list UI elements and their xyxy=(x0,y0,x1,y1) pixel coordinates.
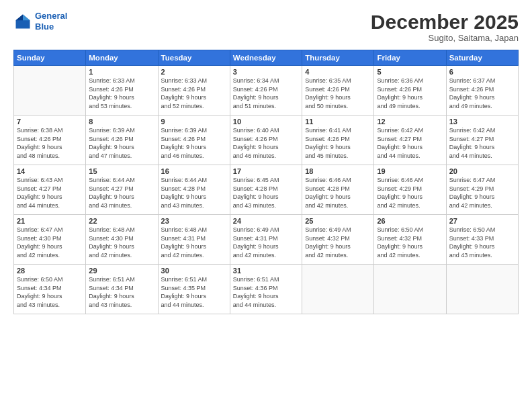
day-number: 18 xyxy=(305,167,371,175)
calendar-cell: 10Sunrise: 6:40 AM Sunset: 4:26 PM Dayli… xyxy=(230,116,302,165)
day-info: Sunrise: 6:37 AM Sunset: 4:26 PM Dayligh… xyxy=(449,77,515,110)
day-number: 6 xyxy=(449,68,515,76)
logo-line1: General xyxy=(35,11,67,21)
logo-line2: Blue xyxy=(35,21,67,32)
col-friday: Friday xyxy=(374,50,446,66)
day-info: Sunrise: 6:36 AM Sunset: 4:26 PM Dayligh… xyxy=(377,77,443,110)
day-number: 8 xyxy=(89,118,154,126)
day-number: 3 xyxy=(233,68,299,76)
calendar-cell: 7Sunrise: 6:38 AM Sunset: 4:26 PM Daylig… xyxy=(14,116,86,165)
day-info: Sunrise: 6:39 AM Sunset: 4:26 PM Dayligh… xyxy=(161,126,227,160)
day-number: 7 xyxy=(17,118,83,126)
day-info: Sunrise: 6:42 AM Sunset: 4:27 PM Dayligh… xyxy=(377,126,443,160)
day-number: 11 xyxy=(305,118,371,126)
logo: General Blue xyxy=(13,11,67,32)
calendar-cell: 20Sunrise: 6:47 AM Sunset: 4:29 PM Dayli… xyxy=(446,165,518,215)
header: General Blue December 2025 Sugito, Saita… xyxy=(13,11,519,43)
calendar-table: Sunday Monday Tuesday Wednesday Thursday… xyxy=(13,50,519,314)
day-info: Sunrise: 6:50 AM Sunset: 4:34 PM Dayligh… xyxy=(17,275,83,309)
day-info: Sunrise: 6:42 AM Sunset: 4:27 PM Dayligh… xyxy=(449,126,515,160)
calendar-cell: 30Sunrise: 6:51 AM Sunset: 4:35 PM Dayli… xyxy=(158,265,230,314)
day-number: 25 xyxy=(305,217,371,225)
calendar-cell: 6Sunrise: 6:37 AM Sunset: 4:26 PM Daylig… xyxy=(446,66,518,116)
calendar-cell: 2Sunrise: 6:33 AM Sunset: 4:26 PM Daylig… xyxy=(158,66,230,116)
month-title: December 2025 xyxy=(371,11,519,33)
day-info: Sunrise: 6:43 AM Sunset: 4:27 PM Dayligh… xyxy=(17,176,83,210)
day-number: 10 xyxy=(233,118,299,126)
day-number: 14 xyxy=(17,167,83,175)
calendar-week-4: 21Sunrise: 6:47 AM Sunset: 4:30 PM Dayli… xyxy=(14,215,519,265)
calendar-cell: 3Sunrise: 6:34 AM Sunset: 4:26 PM Daylig… xyxy=(230,66,302,116)
calendar-cell: 12Sunrise: 6:42 AM Sunset: 4:27 PM Dayli… xyxy=(374,116,446,165)
calendar-cell: 5Sunrise: 6:36 AM Sunset: 4:26 PM Daylig… xyxy=(374,66,446,116)
day-info: Sunrise: 6:46 AM Sunset: 4:28 PM Dayligh… xyxy=(305,176,371,210)
col-saturday: Saturday xyxy=(446,50,518,66)
day-number: 30 xyxy=(161,267,227,275)
day-number: 20 xyxy=(449,167,515,175)
calendar-cell: 14Sunrise: 6:43 AM Sunset: 4:27 PM Dayli… xyxy=(14,165,86,215)
day-number: 4 xyxy=(305,68,371,76)
calendar-week-3: 14Sunrise: 6:43 AM Sunset: 4:27 PM Dayli… xyxy=(14,165,519,215)
calendar-cell: 28Sunrise: 6:50 AM Sunset: 4:34 PM Dayli… xyxy=(14,265,86,314)
calendar-cell: 24Sunrise: 6:49 AM Sunset: 4:31 PM Dayli… xyxy=(230,215,302,265)
col-wednesday: Wednesday xyxy=(230,50,302,66)
day-number: 21 xyxy=(17,217,83,225)
location: Sugito, Saitama, Japan xyxy=(371,33,519,43)
day-info: Sunrise: 6:39 AM Sunset: 4:26 PM Dayligh… xyxy=(89,126,154,160)
day-info: Sunrise: 6:44 AM Sunset: 4:28 PM Dayligh… xyxy=(161,176,227,210)
day-number: 12 xyxy=(377,118,443,126)
col-sunday: Sunday xyxy=(14,50,86,66)
calendar-week-5: 28Sunrise: 6:50 AM Sunset: 4:34 PM Dayli… xyxy=(14,265,519,314)
day-info: Sunrise: 6:50 AM Sunset: 4:33 PM Dayligh… xyxy=(449,226,515,259)
calendar-cell: 9Sunrise: 6:39 AM Sunset: 4:26 PM Daylig… xyxy=(158,116,230,165)
calendar-week-1: 1Sunrise: 6:33 AM Sunset: 4:26 PM Daylig… xyxy=(14,66,519,116)
col-thursday: Thursday xyxy=(302,50,374,66)
day-number: 16 xyxy=(161,167,227,175)
day-number: 1 xyxy=(89,68,154,76)
calendar-cell: 29Sunrise: 6:51 AM Sunset: 4:34 PM Dayli… xyxy=(86,265,158,314)
day-info: Sunrise: 6:35 AM Sunset: 4:26 PM Dayligh… xyxy=(305,77,371,110)
day-number: 26 xyxy=(377,217,443,225)
title-block: December 2025 Sugito, Saitama, Japan xyxy=(371,11,519,43)
day-number: 27 xyxy=(449,217,515,225)
page: General Blue December 2025 Sugito, Saita… xyxy=(0,0,532,411)
day-info: Sunrise: 6:48 AM Sunset: 4:30 PM Dayligh… xyxy=(89,226,154,259)
svg-marker-2 xyxy=(16,14,24,20)
day-info: Sunrise: 6:40 AM Sunset: 4:26 PM Dayligh… xyxy=(233,126,299,160)
calendar-cell: 31Sunrise: 6:51 AM Sunset: 4:36 PM Dayli… xyxy=(230,265,302,314)
calendar-cell xyxy=(374,265,446,314)
day-number: 9 xyxy=(161,118,227,126)
day-info: Sunrise: 6:47 AM Sunset: 4:30 PM Dayligh… xyxy=(17,226,83,259)
day-info: Sunrise: 6:50 AM Sunset: 4:32 PM Dayligh… xyxy=(377,226,443,259)
logo-icon xyxy=(13,12,32,31)
calendar-week-2: 7Sunrise: 6:38 AM Sunset: 4:26 PM Daylig… xyxy=(14,116,519,165)
calendar-cell xyxy=(302,265,374,314)
col-tuesday: Tuesday xyxy=(158,50,230,66)
calendar-cell: 22Sunrise: 6:48 AM Sunset: 4:30 PM Dayli… xyxy=(86,215,158,265)
day-info: Sunrise: 6:48 AM Sunset: 4:31 PM Dayligh… xyxy=(161,226,227,259)
calendar-cell: 19Sunrise: 6:46 AM Sunset: 4:29 PM Dayli… xyxy=(374,165,446,215)
day-number: 17 xyxy=(233,167,299,175)
day-info: Sunrise: 6:38 AM Sunset: 4:26 PM Dayligh… xyxy=(17,126,83,160)
calendar-cell: 4Sunrise: 6:35 AM Sunset: 4:26 PM Daylig… xyxy=(302,66,374,116)
calendar-cell: 16Sunrise: 6:44 AM Sunset: 4:28 PM Dayli… xyxy=(158,165,230,215)
day-number: 29 xyxy=(89,267,154,275)
day-number: 5 xyxy=(377,68,443,76)
calendar-cell: 18Sunrise: 6:46 AM Sunset: 4:28 PM Dayli… xyxy=(302,165,374,215)
col-monday: Monday xyxy=(86,50,158,66)
calendar-header-row: Sunday Monday Tuesday Wednesday Thursday… xyxy=(14,50,519,66)
logo-text: General Blue xyxy=(35,11,67,32)
day-info: Sunrise: 6:47 AM Sunset: 4:29 PM Dayligh… xyxy=(449,176,515,210)
day-number: 15 xyxy=(89,167,154,175)
day-info: Sunrise: 6:49 AM Sunset: 4:32 PM Dayligh… xyxy=(305,226,371,259)
calendar-cell xyxy=(446,265,518,314)
day-info: Sunrise: 6:41 AM Sunset: 4:26 PM Dayligh… xyxy=(305,126,371,160)
day-number: 19 xyxy=(377,167,443,175)
calendar-cell: 11Sunrise: 6:41 AM Sunset: 4:26 PM Dayli… xyxy=(302,116,374,165)
day-number: 28 xyxy=(17,267,83,275)
day-info: Sunrise: 6:51 AM Sunset: 4:36 PM Dayligh… xyxy=(233,275,299,309)
calendar-cell xyxy=(14,66,86,116)
day-number: 23 xyxy=(161,217,227,225)
calendar-cell: 21Sunrise: 6:47 AM Sunset: 4:30 PM Dayli… xyxy=(14,215,86,265)
day-info: Sunrise: 6:34 AM Sunset: 4:26 PM Dayligh… xyxy=(233,77,299,110)
